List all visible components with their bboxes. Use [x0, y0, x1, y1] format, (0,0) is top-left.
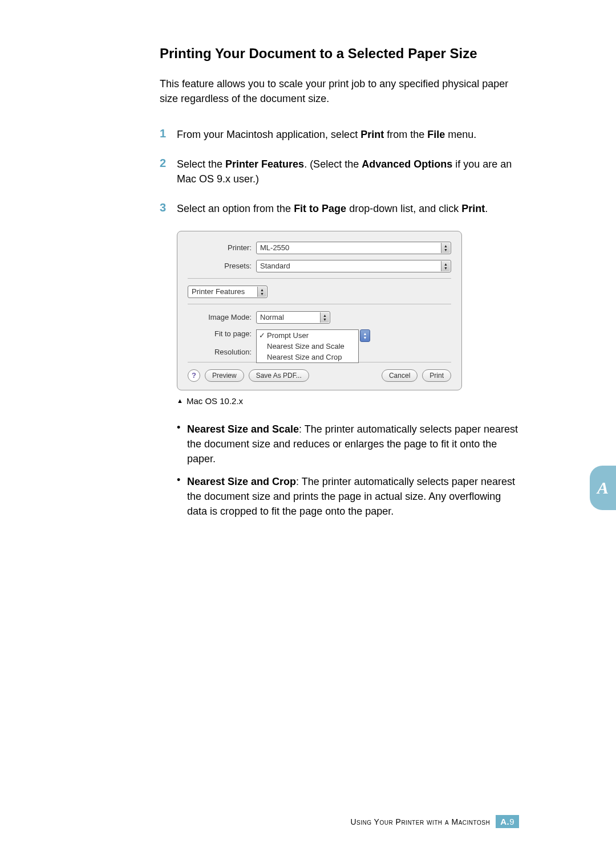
separator — [188, 278, 451, 279]
presets-select[interactable]: Standard ▲▼ — [256, 260, 451, 272]
resolution-label: Resolution: — [188, 348, 256, 356]
dropdown-arrows-icon: ▲▼ — [441, 261, 450, 271]
options-list: Nearest Size and Scale: The printer auto… — [177, 422, 519, 519]
step-number: 2 — [160, 157, 177, 170]
triangle-icon: ▲ — [177, 397, 183, 404]
footer-chapter-title: Using Your Printer with a Macintosh — [350, 817, 490, 826]
printer-label: Printer: — [188, 243, 256, 252]
step-number: 3 — [160, 201, 177, 214]
separator — [188, 304, 451, 304]
page-title: Printing Your Document to a Selected Pap… — [160, 44, 519, 63]
fit-option-nearest-crop[interactable]: Nearest Size and Crop — [257, 352, 358, 362]
page-number-badge: A.9 — [496, 815, 519, 828]
intro-paragraph: This feature allows you to scale your pr… — [160, 76, 519, 106]
print-button[interactable]: Print — [422, 369, 451, 382]
preview-button[interactable]: Preview — [205, 369, 244, 382]
dropdown-arrows-icon: ▲▼ — [320, 312, 329, 323]
fit-to-page-options: Prompt User Nearest Size and Scale Neare… — [256, 329, 359, 363]
step-3: 3 Select an option from the Fit to Page … — [160, 201, 519, 216]
fit-option-prompt-user[interactable]: Prompt User — [257, 330, 358, 341]
step-2: 2 Select the Printer Features. (Select t… — [160, 157, 519, 186]
image-mode-select[interactable]: Normal ▲▼ — [256, 311, 330, 324]
figure-caption: ▲ Mac OS 10.2.x — [177, 396, 519, 406]
step-1: 1 From your Macintosh application, selec… — [160, 127, 519, 142]
steps-list: 1 From your Macintosh application, selec… — [160, 127, 519, 216]
save-as-pdf-button[interactable]: Save As PDF... — [249, 369, 309, 382]
appendix-tab: A — [590, 466, 616, 510]
bullet-nearest-crop: Nearest Size and Crop: The printer autom… — [177, 474, 519, 519]
fit-to-page-label: Fit to page: — [188, 329, 256, 338]
panel-select[interactable]: Printer Features ▲▼ — [188, 286, 268, 298]
bullet-nearest-scale: Nearest Size and Scale: The printer auto… — [177, 422, 519, 466]
dropdown-arrows-icon: ▲▼ — [360, 329, 370, 342]
fit-option-nearest-scale[interactable]: Nearest Size and Scale — [257, 341, 358, 352]
page-footer: Using Your Printer with a Macintosh A.9 — [350, 815, 519, 828]
printer-select[interactable]: ML-2550 ▲▼ — [256, 242, 451, 254]
image-mode-label: Image Mode: — [188, 313, 256, 321]
step-number: 1 — [160, 127, 177, 140]
fit-to-page-select[interactable]: Prompt User Nearest Size and Scale Neare… — [256, 329, 370, 342]
help-button[interactable]: ? — [188, 369, 200, 382]
dropdown-arrows-icon: ▲▼ — [441, 243, 450, 253]
dropdown-arrows-icon: ▲▼ — [257, 287, 266, 297]
cancel-button[interactable]: Cancel — [382, 369, 418, 382]
presets-label: Presets: — [188, 262, 256, 270]
print-dialog: Printer: ML-2550 ▲▼ Presets: Standard ▲▼… — [177, 231, 462, 390]
